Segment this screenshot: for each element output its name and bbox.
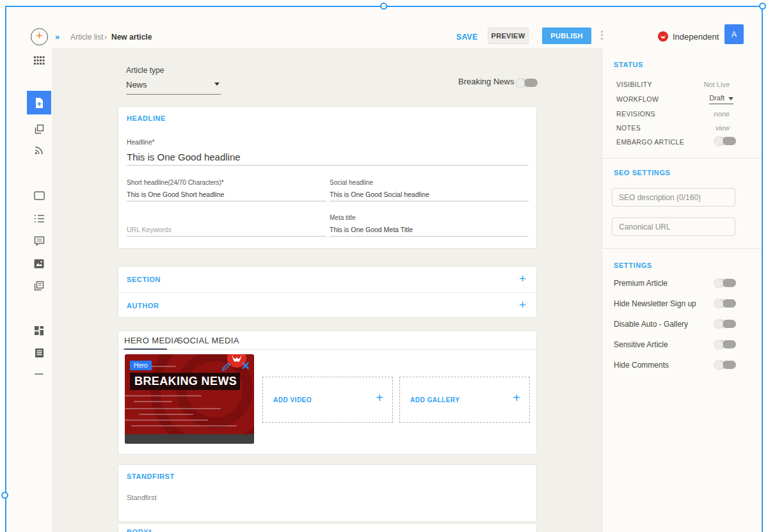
hero-image-thumbnail[interactable]: BREAKING NEWS Hero ✕ <box>125 354 254 444</box>
article-settings-panel: STATUS VISIBILITY Not Live WORKFLOW Draf… <box>602 48 762 532</box>
collapse-nav-icon[interactable] <box>28 364 51 384</box>
short-headline-input[interactable] <box>127 191 326 201</box>
publish-button[interactable]: PUBLISH <box>542 27 591 44</box>
tab-hero-media[interactable]: HERO MEDIA <box>124 336 179 345</box>
article-type-label: Article type <box>126 66 164 75</box>
divider <box>602 248 762 249</box>
breaking-news-graphic-text: BREAKING NEWS <box>130 373 240 390</box>
notes-icon[interactable] <box>28 343 51 363</box>
breaking-news-label: Breaking News <box>458 77 514 86</box>
visibility-value: Not Live <box>704 81 730 88</box>
selection-border-right <box>762 6 763 532</box>
sensitive-article-label: Sensitive Article <box>614 340 668 349</box>
divider <box>602 158 762 159</box>
tab-social-media[interactable]: SOCIAL MEDIA <box>177 336 239 345</box>
premium-article-label: Premium Article <box>614 279 668 288</box>
short-headline-label: Short headline(24/70 Characters)* <box>127 179 224 186</box>
chevron-down-icon <box>214 82 220 86</box>
cms-article-editor: + » Article list › New article SAVE PREV… <box>6 8 762 532</box>
headline-card: HEADLINE Headline* Short headline(24/70 … <box>118 106 537 249</box>
section-title: SECTION <box>127 276 161 283</box>
preview-button[interactable]: PREVIEW <box>488 27 529 44</box>
hide-comments-label: Hide Comments <box>614 361 669 370</box>
image-icon[interactable] <box>28 254 51 273</box>
revisions-value: none <box>714 110 730 118</box>
revisions-label: REVISIONS <box>616 110 655 118</box>
selection-border-left <box>5 6 6 532</box>
url-keywords-input[interactable] <box>127 226 326 237</box>
rss-feed-icon[interactable] <box>28 141 51 160</box>
hide-newsletter-label: Hide Newsletter Sign up <box>614 299 696 308</box>
meta-title-input[interactable] <box>330 226 529 237</box>
standfirst-input[interactable]: Standfirst <box>127 494 156 501</box>
headline-input[interactable] <box>127 152 529 166</box>
author-title: AUTHOR <box>127 302 159 309</box>
sensitive-article-toggle[interactable] <box>714 340 736 348</box>
selection-handle[interactable] <box>759 3 766 10</box>
new-article-icon[interactable] <box>27 91 51 114</box>
media-card: HERO MEDIA SOCIAL MEDIA BREAKING NEWS <box>118 331 537 455</box>
add-video-label: ADD VIDEO <box>273 396 312 403</box>
status-section-title: STATUS <box>614 61 643 68</box>
breaking-news-toggle[interactable] <box>516 79 538 87</box>
disable-auto-gallery-label: Disable Auto - Gallery <box>614 320 688 329</box>
publication-name: Independent <box>673 32 719 42</box>
article-type-select[interactable]: News <box>126 79 221 95</box>
add-section-button[interactable]: + <box>519 272 526 286</box>
workflow-value: Draft <box>709 94 724 102</box>
chevron-down-icon <box>728 97 733 100</box>
standfirst-card: STANDFIRST Standfirst <box>118 464 537 522</box>
save-button[interactable]: SAVE <box>456 33 477 42</box>
standfirst-title: STANDFIRST <box>127 473 175 480</box>
hero-badge: Hero <box>130 361 152 370</box>
add-gallery-plus-icon: + <box>513 391 520 405</box>
active-tab-indicator <box>124 348 167 350</box>
list-icon[interactable] <box>28 209 51 228</box>
author-row[interactable]: AUTHOR + <box>118 293 536 318</box>
embargo-toggle[interactable] <box>714 137 736 145</box>
body-title: BODY* <box>127 528 152 532</box>
notes-label: NOTES <box>616 124 641 132</box>
dashboard-icon[interactable] <box>28 321 51 340</box>
selection-handle[interactable] <box>380 3 387 10</box>
publication-switcher[interactable]: Independent <box>658 29 730 43</box>
headline-label: Headline* <box>127 139 154 146</box>
seo-description-input[interactable] <box>612 188 735 207</box>
social-headline-input[interactable] <box>330 191 529 201</box>
visibility-label: VISIBILITY <box>616 81 652 88</box>
grid-icon[interactable] <box>28 51 51 70</box>
selection-handle[interactable] <box>1 492 8 499</box>
seo-section-title: SEO SETTINGS <box>614 169 671 176</box>
settings-section-title: SETTINGS <box>614 262 652 269</box>
more-options-icon[interactable] <box>597 29 606 43</box>
hide-newsletter-toggle[interactable] <box>714 299 736 308</box>
add-video-plus-icon: + <box>376 391 383 405</box>
avatar[interactable]: A <box>724 24 744 44</box>
add-video-dropzone[interactable]: ADD VIDEO + <box>262 377 393 423</box>
add-gallery-dropzone[interactable]: ADD GALLERY + <box>399 377 530 423</box>
window-icon[interactable] <box>28 186 51 205</box>
breadcrumb-separator: › <box>104 33 107 42</box>
edit-image-icon[interactable] <box>221 362 231 374</box>
disable-auto-gallery-toggle[interactable] <box>714 320 736 328</box>
copy-icon[interactable] <box>28 120 51 139</box>
section-author-card: SECTION + AUTHOR + <box>118 266 537 318</box>
notes-view-link[interactable]: view <box>716 124 730 132</box>
hide-comments-toggle[interactable] <box>714 361 736 369</box>
documents-icon[interactable] <box>28 276 51 295</box>
canonical-url-input[interactable] <box>612 217 735 236</box>
delete-image-icon[interactable]: ✕ <box>241 359 250 373</box>
body-card: BODY* <box>118 523 537 532</box>
breadcrumb-collapse-icon[interactable]: » <box>55 32 59 42</box>
premium-article-toggle[interactable] <box>714 279 736 287</box>
new-item-icon[interactable]: + <box>31 28 48 45</box>
breadcrumb-parent-link[interactable]: Article list <box>70 33 103 42</box>
add-gallery-label: ADD GALLERY <box>410 396 460 403</box>
add-author-button[interactable]: + <box>519 298 526 312</box>
media-tabbar: HERO MEDIA SOCIAL MEDIA <box>118 331 536 350</box>
workflow-select[interactable]: Draft <box>709 94 733 104</box>
comment-icon[interactable] <box>28 231 51 251</box>
left-nav <box>6 48 52 532</box>
section-row[interactable]: SECTION + <box>118 267 536 292</box>
top-bar: + » Article list › New article SAVE PREV… <box>6 8 762 48</box>
